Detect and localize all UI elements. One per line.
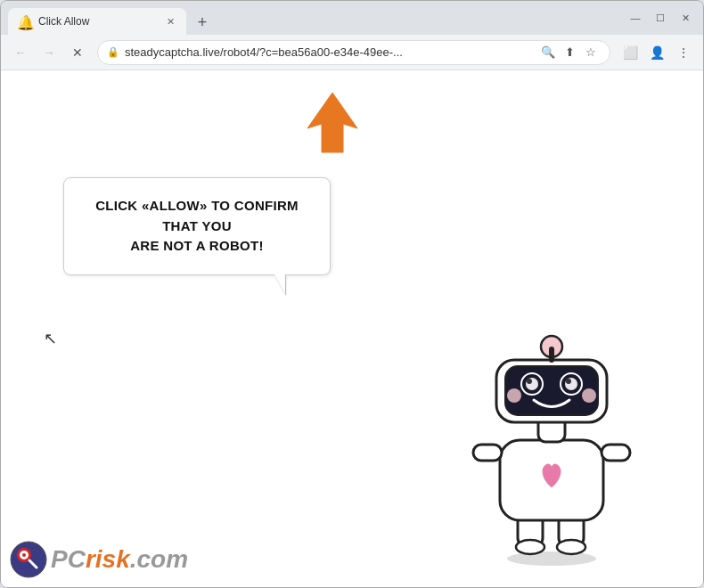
menu-button[interactable]: ⋮ (671, 40, 696, 65)
svg-point-4 (516, 540, 544, 554)
robot-icon (454, 311, 650, 569)
svg-point-18 (527, 379, 532, 384)
tab-favicon: 🔔 (17, 14, 31, 29)
new-tab-button[interactable]: + (190, 10, 215, 35)
browser-window: 🔔 Click Allow ✕ + — ☐ ✕ ← → ✕ 🔒 steadyca… (0, 0, 704, 588)
toolbar-right: ⬜ 👤 ⋮ (618, 40, 696, 65)
close-button[interactable]: ✕ (675, 7, 696, 29)
bubble-text: CLICK «ALLOW» TO CONFIRM THAT YOU ARE NO… (86, 196, 307, 257)
pc-part: PC (51, 545, 86, 573)
forward-button[interactable]: → (37, 40, 61, 65)
svg-point-1 (507, 551, 596, 566)
page-content: CLICK «ALLOW» TO CONFIRM THAT YOU ARE NO… (1, 70, 703, 587)
svg-point-20 (507, 388, 521, 403)
tab-close-button[interactable]: ✕ (163, 14, 177, 29)
search-button[interactable]: 🔍 (538, 43, 558, 62)
reload-button[interactable]: ✕ (65, 40, 90, 65)
maximize-button[interactable]: ☐ (650, 7, 671, 29)
address-text: steadycaptcha.live/robot4/?c=bea56a00-e3… (125, 45, 533, 59)
profile-button[interactable]: 👤 (644, 40, 669, 65)
robot-container (454, 311, 650, 569)
svg-point-5 (557, 540, 585, 554)
svg-rect-12 (549, 347, 554, 363)
speech-bubble: CLICK «ALLOW» TO CONFIRM THAT YOU ARE NO… (63, 177, 331, 275)
pcrisk-logo-icon (10, 541, 47, 578)
toolbar: ← → ✕ 🔒 steadycaptcha.live/robot4/?c=bea… (1, 35, 703, 70)
bubble-line1: CLICK «ALLOW» TO CONFIRM THAT YOU (95, 198, 299, 233)
tab-title: Click Allow (38, 15, 156, 28)
title-bar: 🔔 Click Allow ✕ + — ☐ ✕ (1, 1, 703, 35)
svg-marker-0 (307, 93, 357, 152)
active-tab[interactable]: 🔔 Click Allow ✕ (8, 8, 186, 35)
address-actions: 🔍 ⬆ ☆ (538, 43, 601, 62)
orange-arrow-icon (304, 88, 362, 155)
window-controls: — ☐ ✕ (625, 7, 696, 29)
tab-strip: 🔔 Click Allow ✕ + (8, 1, 618, 35)
svg-point-25 (22, 553, 26, 557)
bookmark-button[interactable]: ☆ (581, 43, 601, 62)
pcrisk-text: PCrisk.com (51, 545, 188, 574)
svg-point-21 (582, 388, 596, 403)
share-button[interactable]: ⬆ (560, 43, 579, 62)
minimize-button[interactable]: — (625, 7, 646, 29)
dot-com: .com (130, 545, 188, 573)
bubble-line2: ARE NOT A ROBOT! (130, 238, 264, 253)
svg-point-19 (566, 379, 571, 384)
pcrisk-logo: PCrisk.com (10, 541, 188, 578)
svg-rect-7 (473, 445, 502, 461)
extensions-button[interactable]: ⬜ (618, 40, 643, 65)
risk-part: risk (86, 545, 130, 573)
arrow-container (304, 88, 362, 159)
address-bar[interactable]: 🔒 steadycaptcha.live/robot4/?c=bea56a00-… (97, 40, 610, 65)
watermark: PCrisk.com (10, 541, 188, 578)
lock-icon: 🔒 (107, 46, 119, 58)
back-button[interactable]: ← (8, 40, 33, 65)
mouse-cursor: ↖ (44, 329, 57, 348)
svg-rect-8 (602, 445, 630, 461)
